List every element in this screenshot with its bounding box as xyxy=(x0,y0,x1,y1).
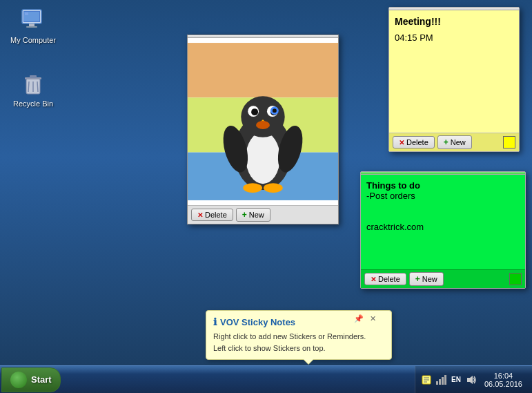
svg-rect-12 xyxy=(188,43,338,97)
note-yellow-line2 xyxy=(395,27,513,32)
svg-rect-8 xyxy=(30,75,37,78)
sticky-note-yellow: Meeting!!! 04:15 PM ✕ Delete + New xyxy=(388,7,520,152)
desktop: My Computer Recycle Bin xyxy=(0,0,532,393)
recyclebin-icon xyxy=(19,69,47,97)
delete-icon: ✕ xyxy=(399,139,404,146)
tooltip-popup: ℹ VOV Sticky Notes 📌 ✕ Right click to ad… xyxy=(206,310,392,360)
taskbar: Start xyxy=(0,365,532,393)
tooltip-close-button[interactable]: ✕ xyxy=(370,314,376,323)
note-green-delete-button[interactable]: ✕ Delete xyxy=(364,273,406,285)
svg-point-16 xyxy=(246,132,280,184)
penguin-delete-button[interactable]: ✕ Delete xyxy=(191,209,233,221)
svg-point-29 xyxy=(256,121,270,129)
computer-icon xyxy=(19,6,47,33)
penguin-image xyxy=(188,38,338,205)
tooltip-pin-button[interactable]: 📌 xyxy=(354,314,364,323)
note-green-body[interactable]: Things to do -Post orders cracktrick.com xyxy=(361,175,525,269)
svg-line-9 xyxy=(28,82,29,92)
tray-stickynotes-icon[interactable] xyxy=(421,374,432,385)
system-clock[interactable]: 16:04 06.05.2016 xyxy=(480,370,526,390)
note-yellow-body[interactable]: Meeting!!! 04:15 PM xyxy=(389,10,519,133)
note-yellow-line3: 04:15 PM xyxy=(395,32,513,43)
new-icon: + xyxy=(415,274,420,284)
svg-point-20 xyxy=(251,108,258,115)
note-green-toolbar: ✕ Delete + New xyxy=(361,269,525,288)
svg-marker-38 xyxy=(467,376,473,384)
svg-point-17 xyxy=(241,96,284,137)
icon-my-computer[interactable]: My Computer xyxy=(6,6,61,44)
svg-point-23 xyxy=(273,108,277,113)
tray-language-icon[interactable]: EN xyxy=(450,374,462,385)
tray-network-icon[interactable] xyxy=(435,374,446,385)
tooltip-line2: Left click to show Stickers on top. xyxy=(213,343,384,354)
icon-recycle-bin[interactable]: Recycle Bin xyxy=(6,69,61,108)
start-button[interactable]: Start xyxy=(1,367,61,392)
penguin-new-button[interactable]: + New xyxy=(236,208,270,222)
note-green-spacer xyxy=(366,201,520,222)
mycomputer-label: My Computer xyxy=(10,36,56,44)
svg-rect-3 xyxy=(26,26,37,28)
system-tray: EN 16:04 06.05.2016 xyxy=(415,366,532,393)
penguin-toolbar: ✕ Delete + New xyxy=(188,205,338,224)
note-green-color-swatch[interactable] xyxy=(509,273,522,285)
note-yellow-new-button[interactable]: + New xyxy=(437,135,472,149)
svg-point-28 xyxy=(264,183,283,193)
note-green-new-button[interactable]: + New xyxy=(409,272,444,286)
tooltip-text: Right click to add new Stickers or Remin… xyxy=(213,331,384,354)
svg-rect-5 xyxy=(25,12,28,15)
clock-date: 06.05.2016 xyxy=(484,380,522,388)
note-yellow-delete-button[interactable]: ✕ Delete xyxy=(393,136,435,148)
svg-rect-34 xyxy=(436,381,438,385)
info-icon: ℹ xyxy=(213,316,217,327)
start-label: Start xyxy=(31,374,52,385)
svg-rect-35 xyxy=(439,379,441,385)
penguin-window: ✕ Delete + New xyxy=(187,35,339,224)
svg-rect-36 xyxy=(442,377,444,385)
note-green-line1: Things to do xyxy=(366,180,520,191)
tooltip-arrow-inner xyxy=(304,359,313,364)
note-green-line2: -Post orders xyxy=(366,191,520,201)
start-orb xyxy=(10,372,27,388)
svg-line-11 xyxy=(37,82,38,92)
tray-sound-icon[interactable] xyxy=(466,374,477,385)
svg-rect-2 xyxy=(29,23,35,26)
svg-point-27 xyxy=(243,183,262,193)
delete-icon: ✕ xyxy=(371,276,376,283)
recyclebin-label: Recycle Bin xyxy=(13,99,53,108)
delete-icon: ✕ xyxy=(197,211,203,219)
note-yellow-color-swatch[interactable] xyxy=(503,136,515,148)
tooltip-line1: Right click to add new Stickers or Remin… xyxy=(213,331,384,343)
sticky-note-green: Things to do -Post orders cracktrick.com… xyxy=(360,171,526,289)
new-icon: + xyxy=(242,210,247,220)
svg-rect-37 xyxy=(444,375,446,385)
clock-time: 16:04 xyxy=(494,372,513,380)
language-label: EN xyxy=(451,376,461,383)
note-yellow-line1: Meeting!!! xyxy=(395,16,513,27)
note-yellow-toolbar: ✕ Delete + New xyxy=(389,133,519,151)
note-green-line5: cracktrick.com xyxy=(366,222,520,232)
new-icon: + xyxy=(444,137,449,147)
